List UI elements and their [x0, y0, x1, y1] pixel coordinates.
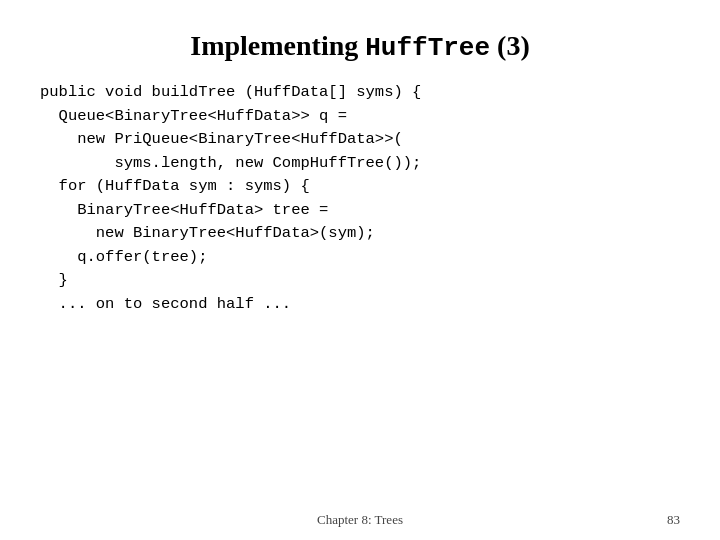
- slide-title: Implementing HuffTree (3): [40, 30, 680, 63]
- slide-container: Implementing HuffTree (3) public void bu…: [0, 0, 720, 540]
- title-suffix-text: (3): [490, 30, 530, 61]
- footer-page: 83: [667, 512, 680, 528]
- code-block: public void buildTree (HuffData[] syms) …: [40, 81, 680, 316]
- title-code-text: HuffTree: [365, 33, 490, 63]
- footer-chapter: Chapter 8: Trees: [317, 512, 403, 528]
- title-plain-text: Implementing: [190, 30, 365, 61]
